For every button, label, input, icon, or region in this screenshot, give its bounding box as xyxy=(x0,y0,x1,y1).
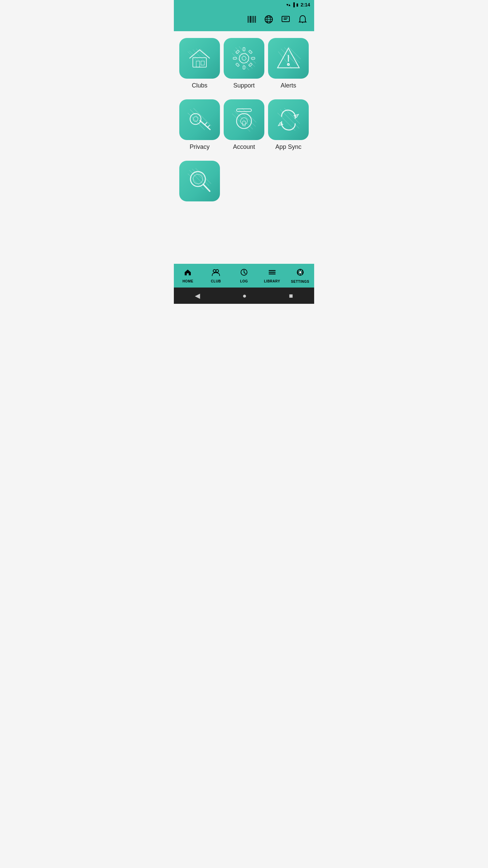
status-time: 2:14 xyxy=(301,2,310,7)
grid-row-1: Clubs xyxy=(179,38,309,89)
svg-line-70 xyxy=(189,170,207,188)
menu-item-account[interactable]: Account xyxy=(224,99,264,151)
svg-rect-2 xyxy=(250,16,251,23)
appsync-label: App Sync xyxy=(275,143,301,151)
settings-nav-label: SETTINGS xyxy=(291,280,309,283)
grid-row-2: Privacy Account xyxy=(179,99,309,151)
alerts-label: Alerts xyxy=(281,82,296,89)
message-icon[interactable] xyxy=(281,15,290,26)
library-nav-icon xyxy=(268,268,276,278)
account-label: Account xyxy=(233,143,255,151)
svg-line-24 xyxy=(200,49,210,58)
main-content: Clubs xyxy=(174,31,314,264)
svg-line-44 xyxy=(288,47,301,59)
svg-rect-29 xyxy=(233,57,237,59)
toolbar xyxy=(174,9,314,31)
bell-icon[interactable] xyxy=(298,15,307,26)
back-button[interactable]: ◀ xyxy=(195,292,200,300)
android-nav: ◀ ● ■ xyxy=(174,288,314,304)
svg-rect-1 xyxy=(249,16,249,23)
recent-button[interactable]: ■ xyxy=(289,292,293,300)
svg-rect-32 xyxy=(248,50,252,54)
svg-line-72 xyxy=(196,168,211,184)
help-tile[interactable] xyxy=(179,161,220,201)
privacy-tile[interactable] xyxy=(179,99,220,140)
signal-icon: ▐ xyxy=(292,2,295,7)
svg-rect-18 xyxy=(196,61,200,67)
log-nav-label: LOG xyxy=(240,279,248,283)
home-nav-icon xyxy=(184,268,192,278)
support-label: Support xyxy=(233,82,255,89)
club-nav-icon xyxy=(211,268,220,278)
menu-item-clubs[interactable]: Clubs xyxy=(179,38,220,89)
svg-rect-30 xyxy=(251,57,255,59)
grid-row-3: Help xyxy=(179,161,309,212)
wifi-icon: ▾▴ xyxy=(286,2,290,7)
svg-rect-5 xyxy=(254,16,255,23)
home-button[interactable]: ● xyxy=(242,292,246,300)
nav-item-club[interactable]: CLUB xyxy=(202,268,230,283)
home-nav-label: HOME xyxy=(182,279,193,283)
svg-rect-33 xyxy=(236,63,239,66)
svg-point-74 xyxy=(216,270,219,272)
account-tile[interactable] xyxy=(224,99,264,140)
svg-line-21 xyxy=(189,51,199,60)
menu-item-support[interactable]: Support xyxy=(224,38,264,89)
status-icons: ▾▴ ▐ ▮ xyxy=(286,2,299,7)
clubs-tile[interactable] xyxy=(179,38,220,79)
svg-line-43 xyxy=(284,47,300,63)
svg-line-57 xyxy=(232,114,250,132)
svg-rect-4 xyxy=(253,16,253,23)
settings-nav-icon xyxy=(296,268,305,279)
svg-line-35 xyxy=(232,53,249,70)
menu-item-alerts[interactable]: Alerts xyxy=(268,38,309,89)
clubs-label: Clubs xyxy=(192,82,207,89)
svg-rect-28 xyxy=(243,66,245,69)
privacy-label: Privacy xyxy=(189,143,209,151)
svg-line-20 xyxy=(188,52,196,60)
svg-line-64 xyxy=(280,110,299,129)
alerts-tile[interactable] xyxy=(268,38,309,79)
svg-rect-0 xyxy=(248,16,248,23)
svg-rect-56 xyxy=(243,121,245,126)
svg-rect-27 xyxy=(243,47,245,51)
log-nav-icon xyxy=(240,268,248,278)
bottom-nav: HOME CLUB LOG xyxy=(174,264,314,288)
nav-item-log[interactable]: LOG xyxy=(230,268,258,283)
nav-item-home[interactable]: HOME xyxy=(174,268,202,283)
svg-line-71 xyxy=(192,169,209,186)
nav-item-settings[interactable]: SETTINGS xyxy=(286,268,314,283)
club-nav-label: CLUB xyxy=(211,279,221,283)
menu-item-privacy[interactable]: Privacy xyxy=(179,99,220,151)
status-bar: ▾▴ ▐ ▮ 2:14 xyxy=(174,0,314,9)
svg-point-83 xyxy=(299,271,302,274)
svg-rect-6 xyxy=(255,16,256,23)
menu-item-help[interactable]: Help xyxy=(179,161,220,212)
library-nav-label: LIBRARY xyxy=(264,279,280,283)
svg-point-73 xyxy=(213,270,216,272)
svg-line-77 xyxy=(244,272,245,274)
svg-line-38 xyxy=(239,46,256,63)
globe-icon[interactable] xyxy=(264,15,273,26)
barcode-icon[interactable] xyxy=(247,15,257,26)
menu-item-appsync[interactable]: App Sync xyxy=(268,99,309,151)
battery-icon: ▮ xyxy=(296,2,299,7)
support-tile[interactable] xyxy=(224,38,264,79)
appsync-tile[interactable] xyxy=(268,99,309,140)
svg-rect-19 xyxy=(201,61,204,65)
svg-rect-3 xyxy=(252,16,252,23)
nav-item-library[interactable]: LIBRARY xyxy=(258,268,286,283)
